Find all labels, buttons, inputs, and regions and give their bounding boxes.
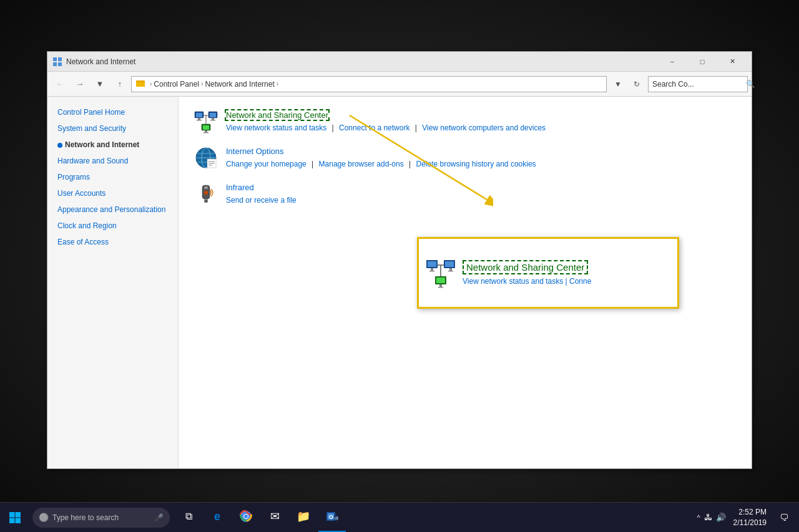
sidebar-item-user-accounts[interactable]: User Accounts [47, 185, 178, 201]
network-status-icon[interactable]: 🖧 [704, 513, 712, 522]
sidebar-item-control-panel-home[interactable]: Control Panel Home [47, 104, 178, 120]
tray-up-arrow[interactable]: ^ [697, 514, 700, 521]
path-control-panel[interactable]: Control Panel [154, 80, 199, 89]
svg-text:ut: ut [335, 516, 338, 520]
volume-icon[interactable]: 🔊 [716, 513, 726, 522]
svg-rect-12 [212, 118, 214, 120]
zoom-network-icon [425, 258, 456, 289]
infrared-title[interactable]: Infrared [226, 183, 254, 192]
sidebar-item-system-security[interactable]: System and Security [47, 120, 178, 137]
svg-rect-53 [9, 518, 15, 523]
taskbar-explorer[interactable]: 📁 [290, 503, 317, 533]
dropdown-button[interactable]: ▼ [91, 75, 109, 93]
sublink-browser-addons[interactable]: Manage browser add-ons [319, 160, 404, 168]
zoom-content: Network and Sharing Center View network … [463, 260, 671, 286]
svg-rect-45 [439, 284, 442, 287]
path-arrow-1: › [150, 80, 152, 87]
svg-text:O: O [329, 514, 333, 520]
up-button[interactable]: ↑ [111, 75, 129, 93]
close-button[interactable]: ✕ [718, 52, 747, 72]
minimize-button[interactable]: − [658, 52, 687, 72]
taskbar-task-view[interactable]: ⧉ [175, 503, 202, 533]
taskbar-outlook[interactable]: O ut [318, 503, 346, 533]
svg-rect-7 [196, 113, 202, 117]
windows-logo-icon [9, 511, 21, 524]
window-title: Network and Internet [66, 57, 658, 66]
sidebar: Control Panel Home System and Security N… [47, 97, 179, 468]
clock-time: 2:52 PM [733, 507, 767, 518]
sublink-view-network-status[interactable]: View network status and tasks [226, 123, 326, 132]
svg-rect-9 [197, 120, 202, 121]
system-clock[interactable]: 2:52 PM 2/11/2019 [728, 507, 772, 528]
sidebar-item-programs[interactable]: Programs [47, 169, 178, 185]
taskbar-chrome[interactable] [232, 503, 260, 533]
taskbar-search-text: Type here to search [52, 513, 119, 522]
window-controls: − □ ✕ [658, 52, 747, 72]
title-bar: Network and Internet − □ ✕ [47, 52, 752, 72]
sidebar-item-network-internet: Network and Internet [47, 137, 178, 153]
search-box[interactable]: 🔍 [648, 76, 748, 92]
forward-button[interactable]: → [71, 75, 89, 93]
sidebar-item-ease-of-access[interactable]: Ease of Access [47, 234, 178, 250]
infrared-sublinks: Send or receive a file [226, 195, 737, 206]
taskbar: ⚪ Type here to search 🎤 ⧉ e [0, 502, 799, 532]
taskbar-search[interactable]: ⚪ Type here to search 🎤 [32, 508, 170, 528]
search-button[interactable]: 🔍 [746, 78, 755, 90]
notification-button[interactable]: 🗨 [774, 503, 794, 533]
path-network-internet[interactable]: Network and Internet [205, 80, 274, 89]
svg-rect-34 [206, 200, 207, 202]
svg-rect-54 [16, 518, 21, 523]
dropdown-path-button[interactable]: ▼ [609, 76, 627, 92]
zoom-subtext: View network status and tasks | Conne [463, 277, 671, 286]
sidebar-item-clock-region[interactable]: Clock and Region [47, 218, 178, 234]
network-sharing-links: Network and Sharing Center View network … [226, 109, 737, 134]
svg-rect-42 [448, 271, 453, 272]
address-bar: ← → ▼ ↑ › Control Panel › Network and In… [47, 72, 752, 97]
microphone-icon[interactable]: 🎤 [154, 513, 164, 522]
svg-rect-8 [198, 118, 200, 120]
zoom-title: Network and Sharing Center [463, 260, 588, 274]
sublink-browsing-history[interactable]: Delete browsing history and cookies [416, 160, 536, 168]
svg-rect-44 [436, 278, 445, 283]
taskbar-right: ^ 🖧 🔊 2:52 PM 2/11/2019 🗨 [697, 503, 799, 533]
search-input[interactable] [652, 80, 746, 89]
sidebar-item-hardware-sound[interactable]: Hardware and Sound [47, 153, 178, 169]
sidebar-item-appearance[interactable]: Appearance and Personalization [47, 201, 178, 218]
network-sharing-title[interactable]: Network and Sharing Center [226, 110, 328, 120]
internet-options-title[interactable]: Internet Options [226, 147, 284, 156]
taskbar-mail[interactable]: ✉ [261, 503, 288, 533]
desktop: Network and Internet − □ ✕ ← → ▼ ↑ › Con… [0, 0, 799, 532]
svg-rect-36 [428, 261, 436, 267]
infrared-icon [194, 181, 218, 206]
category-internet-options: Internet Options Change your homepage | … [194, 145, 737, 170]
svg-point-31 [204, 191, 208, 195]
address-actions: ▼ ↻ [609, 76, 645, 92]
refresh-button[interactable]: ↻ [628, 76, 645, 92]
svg-rect-40 [445, 261, 454, 267]
svg-rect-52 [16, 512, 21, 518]
taskbar-edge[interactable]: e [203, 503, 231, 533]
internet-options-links: Internet Options Change your homepage | … [226, 145, 737, 170]
maximize-button[interactable]: □ [688, 52, 717, 72]
svg-rect-51 [9, 512, 15, 518]
svg-point-57 [244, 515, 248, 518]
control-panel-window: Network and Internet − □ ✕ ← → ▼ ↑ › Con… [47, 51, 752, 469]
svg-rect-46 [438, 287, 443, 288]
back-button[interactable]: ← [51, 75, 69, 93]
clock-date: 2/11/2019 [733, 518, 767, 528]
zoom-overlay: Network and Sharing Center View network … [417, 237, 679, 309]
sublink-connect-network[interactable]: Connect to a network [339, 123, 409, 132]
svg-rect-38 [429, 271, 434, 272]
svg-rect-16 [205, 130, 207, 132]
svg-rect-17 [203, 132, 208, 133]
sublink-send-receive[interactable]: Send or receive a file [226, 196, 297, 205]
address-path[interactable]: › Control Panel › Network and Internet › [131, 76, 607, 92]
sublink-view-computers[interactable]: View network computers and devices [422, 123, 546, 132]
infrared-links: Infrared Send or receive a file [226, 181, 737, 206]
svg-rect-11 [210, 113, 216, 117]
start-button[interactable] [0, 503, 30, 533]
category-network-sharing: Network and Sharing Center View network … [194, 109, 737, 134]
internet-options-sublinks: Change your homepage | Manage browser ad… [226, 158, 737, 170]
sublink-homepage[interactable]: Change your homepage [226, 160, 306, 168]
window-icon [52, 57, 62, 67]
